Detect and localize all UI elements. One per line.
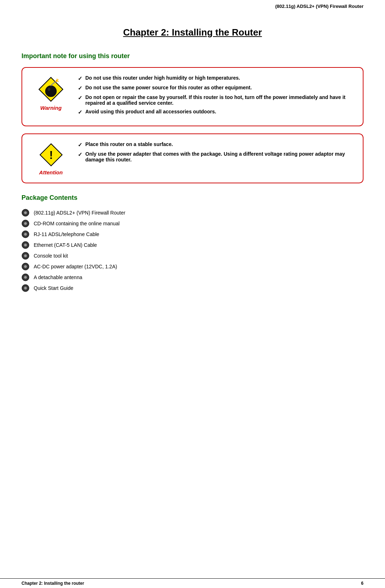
svg-text:!: !	[49, 149, 53, 161]
attention-label: Attention	[39, 169, 63, 175]
package-list-item: A detachable antenna	[22, 273, 363, 281]
attention-exclamation-icon: !	[39, 143, 63, 166]
package-list-item: RJ-11 ADSL/telephone Cable	[22, 230, 363, 238]
package-list-item: Quick Start Guide	[22, 284, 363, 292]
package-contents-section: Package Contents (802.11g) ADSL2+ (VPN) …	[22, 194, 363, 292]
package-bullet-icon	[22, 209, 29, 217]
package-list-item: Console tool kit	[22, 252, 363, 260]
package-list-item: CD-ROM containing the online manual	[22, 220, 363, 227]
attention-list: ✓Place this router on a stable surface.✓…	[78, 141, 356, 163]
svg-point-24	[25, 245, 26, 245]
svg-point-6	[48, 88, 50, 91]
checkmark-icon: ✓	[78, 75, 82, 82]
footer-right: 6	[361, 581, 363, 586]
svg-point-32	[25, 266, 26, 267]
warning-bomb-icon	[38, 77, 63, 102]
package-bullet-icon	[22, 241, 29, 249]
attention-icon-col: ! Attention	[29, 141, 72, 175]
warning-content: ✓Do not use this router under high humid…	[72, 75, 356, 118]
warning-list-item: ✓Avoid using this product and all access…	[78, 109, 356, 116]
chapter-title: Chapter 2: Installing the Router	[22, 27, 363, 38]
attention-content: ✓Place this router on a stable surface.✓…	[72, 141, 356, 165]
attention-list-item: ✓Only use the power adapter that comes w…	[78, 151, 356, 163]
package-list-item: (802.11g) ADSL2+ (VPN) Firewall Router	[22, 209, 363, 217]
warning-label: Warning	[40, 105, 62, 111]
package-list: (802.11g) ADSL2+ (VPN) Firewall Router C…	[22, 209, 363, 292]
package-bullet-icon	[22, 273, 29, 281]
checkmark-icon: ✓	[78, 151, 82, 158]
checkmark-icon: ✓	[78, 142, 82, 148]
svg-point-28	[25, 255, 26, 256]
package-bullet-icon	[22, 252, 29, 260]
svg-point-12	[25, 212, 26, 213]
package-bullet-icon	[22, 220, 29, 227]
checkmark-icon: ✓	[78, 95, 82, 101]
svg-point-36	[25, 277, 26, 278]
package-bullet-icon	[22, 284, 29, 292]
svg-point-20	[25, 234, 26, 235]
package-bullet-icon	[22, 230, 29, 238]
warning-list-item: ✓Do not use this router under high humid…	[78, 75, 356, 82]
warning-list-item: ✓Do not use the same power source for th…	[78, 85, 356, 91]
warning-icon-col: Warning	[29, 75, 72, 111]
footer-left: Chapter 2: Installing the router	[22, 581, 84, 586]
important-note-title: Important note for using this router	[22, 52, 363, 60]
package-list-item: AC-DC power adapter (12VDC, 1.2A)	[22, 263, 363, 271]
warning-list: ✓Do not use this router under high humid…	[78, 75, 356, 116]
warning-list-item: ✓Do not open or repair the case by yours…	[78, 94, 356, 106]
attention-list-item: ✓Place this router on a stable surface.	[78, 141, 356, 148]
svg-point-40	[25, 288, 26, 288]
checkmark-icon: ✓	[78, 85, 82, 91]
page-footer: Chapter 2: Installing the router 6	[0, 578, 385, 588]
package-list-item: Ethernet (CAT-5 LAN) Cable	[22, 241, 363, 249]
warning-box: Warning ✓Do not use this router under hi…	[22, 67, 363, 126]
package-contents-title: Package Contents	[22, 194, 363, 202]
attention-box: ! Attention ✓Place this router on a stab…	[22, 133, 363, 183]
svg-point-16	[25, 223, 26, 224]
checkmark-icon: ✓	[78, 109, 82, 116]
package-bullet-icon	[22, 263, 29, 271]
page-header: (802.11g) ADSL2+ (VPN) Firewall Router	[22, 0, 363, 16]
svg-point-1	[45, 86, 57, 97]
